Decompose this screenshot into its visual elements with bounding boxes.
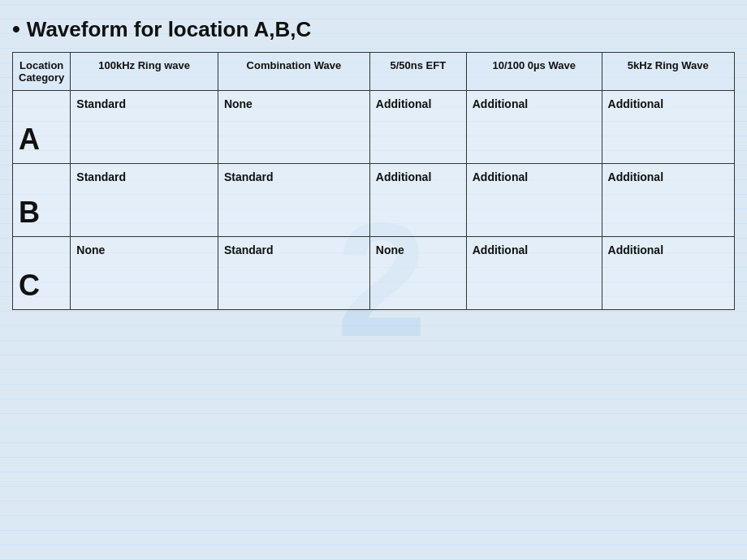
table-header-row: Location Category 100kHz Ring wave Combi… <box>13 53 735 91</box>
value-cell-row0-col3: Additional <box>466 91 602 164</box>
col-header-ring5: 5kHz Ring Wave <box>602 53 734 91</box>
table-row: BStandardStandardAdditionalAdditionalAdd… <box>13 164 735 237</box>
location-cell-B: B <box>13 164 71 237</box>
page-content: Waveform for location A,B,C Location Cat… <box>0 0 747 318</box>
value-cell-row2-col2: None <box>369 237 466 310</box>
table-row: CNoneStandardNoneAdditionalAdditional <box>13 237 735 310</box>
value-cell-row2-col4: Additional <box>602 237 734 310</box>
location-cell-A: A <box>13 91 71 164</box>
value-cell-row1-col2: Additional <box>369 164 466 237</box>
heading-text: Waveform for location A,B,C <box>27 17 312 42</box>
value-cell-row2-col3: Additional <box>466 237 602 310</box>
col-header-wave10: 10/100 0µs Wave <box>466 53 602 91</box>
value-cell-row1-col4: Additional <box>602 164 734 237</box>
value-cell-row1-col0: Standard <box>71 164 218 237</box>
col-header-location: Location Category <box>13 53 71 91</box>
value-cell-row0-col4: Additional <box>602 91 734 164</box>
table-row: AStandardNoneAdditionalAdditionalAdditio… <box>13 91 735 164</box>
value-cell-row2-col0: None <box>71 237 218 310</box>
value-cell-row1-col3: Additional <box>466 164 602 237</box>
value-cell-row0-col2: Additional <box>369 91 466 164</box>
value-cell-row1-col1: Standard <box>218 164 369 237</box>
value-cell-row2-col1: Standard <box>218 237 369 310</box>
col-header-combination: Combination Wave <box>218 53 369 91</box>
waveform-table: Location Category 100kHz Ring wave Combi… <box>12 52 735 310</box>
value-cell-row0-col0: Standard <box>71 91 218 164</box>
value-cell-row0-col1: None <box>218 91 369 164</box>
page-title: Waveform for location A,B,C <box>12 16 735 42</box>
location-cell-C: C <box>13 237 71 310</box>
col-header-ring100: 100kHz Ring wave <box>71 53 218 91</box>
col-header-eft: 5/50ns EFT <box>369 53 466 91</box>
